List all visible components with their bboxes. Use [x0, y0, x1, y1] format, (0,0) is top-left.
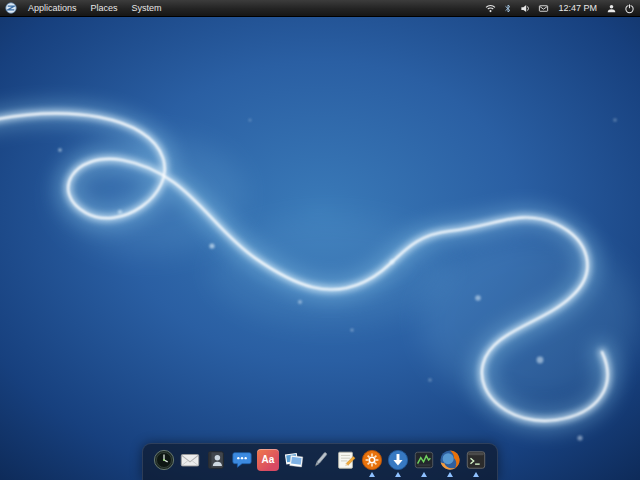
fonts-icon-label: Aa [262, 455, 275, 465]
system-tray: 12:47 PM [485, 3, 635, 14]
contacts-icon[interactable] [204, 449, 228, 478]
power-icon[interactable] [624, 3, 635, 14]
mail-icon[interactable] [538, 3, 549, 14]
clock-icon[interactable] [152, 449, 176, 478]
terminal-icon[interactable] [464, 449, 488, 478]
running-indicator [395, 472, 401, 477]
downloads-icon[interactable] [386, 449, 410, 478]
system-monitor-icon[interactable] [412, 449, 436, 478]
wifi-icon[interactable] [485, 3, 496, 14]
pen-icon[interactable] [308, 449, 332, 478]
menu-applications[interactable]: Applications [25, 2, 80, 14]
fonts-icon[interactable]: Aa [256, 449, 280, 478]
running-indicator [421, 472, 427, 477]
menu-places[interactable]: Places [88, 2, 121, 14]
volume-icon[interactable] [520, 3, 531, 14]
software-center-icon[interactable] [360, 449, 384, 478]
running-indicator [369, 472, 375, 477]
running-indicator [473, 472, 479, 477]
distro-logo-icon[interactable] [5, 2, 17, 14]
notes-icon[interactable] [334, 449, 358, 478]
bluetooth-icon[interactable] [503, 3, 513, 14]
firefox-icon[interactable] [438, 449, 462, 478]
wallpaper [0, 0, 640, 480]
dock: Aa [142, 443, 498, 480]
photos-icon[interactable] [282, 449, 306, 478]
mail-app-icon[interactable] [178, 449, 202, 478]
desktop: Applications Places System 12:47 PM Aa [0, 0, 640, 480]
menu-system[interactable]: System [129, 2, 165, 14]
chat-icon[interactable] [230, 449, 254, 478]
panel-clock[interactable]: 12:47 PM [556, 3, 599, 13]
top-panel: Applications Places System 12:47 PM [0, 0, 640, 17]
running-indicator [447, 472, 453, 477]
session-icon[interactable] [606, 3, 617, 14]
